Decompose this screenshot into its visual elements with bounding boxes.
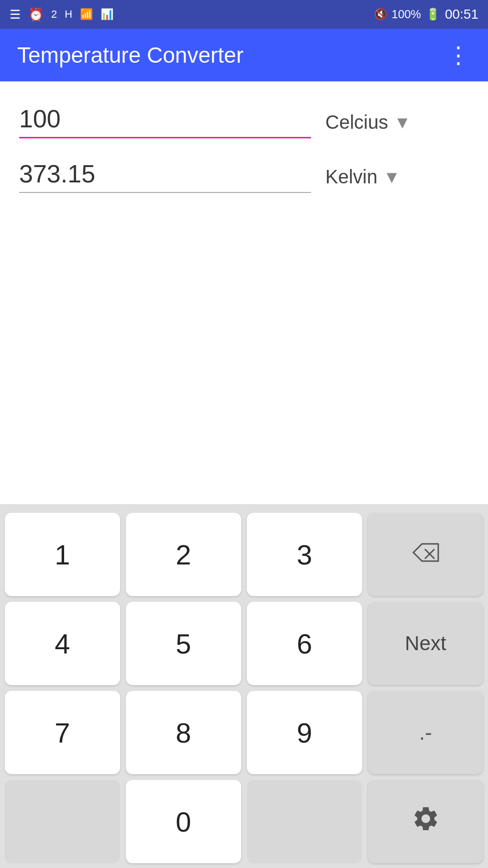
key-9[interactable]: 9 [247,691,362,774]
key-empty-right [247,780,362,863]
input-row-secondary: Kelvin ▼ [19,156,469,193]
temperature-input[interactable] [19,101,311,138]
key-4[interactable]: 4 [5,602,120,685]
next-key[interactable]: Next [368,602,483,685]
backspace-key[interactable] [368,513,483,596]
converted-output[interactable] [19,156,311,193]
key-empty-left [5,780,120,863]
battery-percent: 100% [392,8,421,21]
signal-bars-icon: 📶 [80,8,93,21]
key-1[interactable]: 1 [5,513,120,596]
key-2[interactable]: 2 [126,513,241,596]
menu-icon: ☰ [10,7,21,22]
symbol-key[interactable]: .- [368,691,483,774]
key-5[interactable]: 5 [126,602,241,685]
status-bar: ☰ ⏰ 2 H 📶 📊 🔇 100% 🔋 00:51 [0,0,488,29]
input-unit-arrow-icon: ▼ [394,113,411,133]
gear-icon [411,804,440,839]
settings-key[interactable] [368,780,483,863]
content-spacer [19,210,469,504]
key-0[interactable]: 0 [126,780,241,863]
alarm-icon: ⏰ [28,7,44,22]
notification-num-icon: 2 [51,8,57,21]
status-right-icons: 🔇 100% 🔋 00:51 [374,7,478,22]
unit-dropdown-primary[interactable]: Celcius ▼ [325,112,469,138]
key-8[interactable]: 8 [126,691,241,774]
app-bar: Temperature Converter ⋮ [0,29,488,81]
status-left-icons: ☰ ⏰ 2 H 📶 📊 [10,7,113,22]
app-title: Temperature Converter [17,42,244,68]
input-row-primary: Celcius ▼ [19,101,469,138]
output-unit-arrow-icon: ▼ [383,167,400,187]
clock: 00:51 [445,7,478,22]
backspace-icon [411,540,440,569]
mute-icon: 🔇 [374,8,387,21]
main-content: Celcius ▼ Kelvin ▼ [0,81,488,504]
output-unit-label: Kelvin [325,166,377,188]
more-options-icon[interactable]: ⋮ [447,42,471,68]
key-6[interactable]: 6 [247,602,362,685]
key-7[interactable]: 7 [5,691,120,774]
input-wrapper-primary [19,101,311,138]
signal-h-icon: H [65,8,72,21]
battery-icon: 🔋 [426,8,440,21]
data-icon: 📊 [100,8,113,21]
keyboard: 1 2 3 4 5 6 Next 7 8 9 .- [0,504,488,868]
input-unit-label: Celcius [325,112,388,133]
key-3[interactable]: 3 [247,513,362,596]
unit-dropdown-secondary[interactable]: Kelvin ▼ [325,166,469,193]
input-wrapper-secondary [19,156,311,193]
